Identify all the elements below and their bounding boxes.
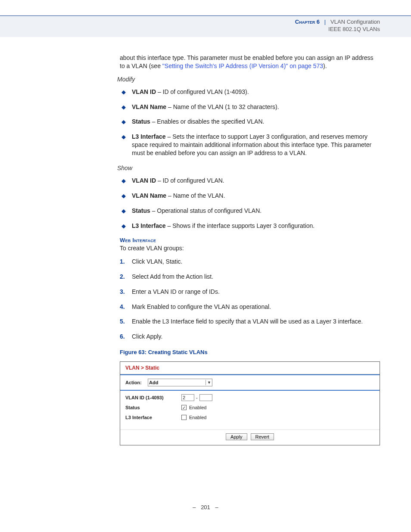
list-item: L3 Interface – Shows if the interface su… <box>120 222 380 230</box>
term: Status <box>132 118 150 125</box>
web-interface-heading: Web Interface <box>120 236 380 244</box>
page-number: 201 <box>201 504 210 510</box>
status-text: Enabled <box>189 404 206 411</box>
page-header: Chapter 6 | VLAN Configuration IEEE 802.… <box>0 16 411 37</box>
list-item: VLAN Name – Name of the VLAN (1 to 32 ch… <box>120 103 380 111</box>
action-value: Add <box>149 380 158 386</box>
step-item: Enable the L3 Interface field to specify… <box>120 317 380 326</box>
revert-button[interactable]: Revert <box>251 433 274 440</box>
step-item: Click VLAN, Static. <box>120 258 380 266</box>
button-bar: Apply Revert <box>120 429 380 445</box>
term: Status <box>132 207 150 214</box>
step-item: Click Apply. <box>120 333 380 341</box>
vlan-id-to-input[interactable] <box>199 394 212 401</box>
desc: – ID of configured VLAN. <box>156 177 224 184</box>
vlan-id-from-input[interactable]: 2 <box>181 394 194 401</box>
action-bar: Action: Add ▼ <box>120 374 380 391</box>
term: VLAN Name <box>132 192 166 199</box>
list-item: VLAN ID – ID of configured VLAN (1-4093)… <box>120 88 380 96</box>
term: VLAN ID <box>132 88 156 95</box>
status-label: Status <box>125 404 181 411</box>
show-list: VLAN ID – ID of configured VLAN. VLAN Na… <box>120 177 380 230</box>
web-intro: To create VLAN groups: <box>120 244 380 252</box>
list-item: VLAN Name – Name of the VLAN. <box>120 192 380 200</box>
term: L3 Interface <box>132 133 166 140</box>
footer-dash: – <box>215 504 218 510</box>
list-item: Status – Enables or disables the specifi… <box>120 118 380 126</box>
list-item: VLAN ID – ID of configured VLAN. <box>120 177 380 185</box>
desc: – Enables or disables the specified VLAN… <box>150 118 265 125</box>
desc: – Name of the VLAN. <box>166 192 225 199</box>
chapter-title: VLAN Configuration <box>330 19 380 25</box>
breadcrumb: VLAN > Static <box>120 362 380 374</box>
step-item: Select Add from the Action list. <box>120 273 380 281</box>
range-dash: - <box>196 395 198 401</box>
vlan-id-label: VLAN ID (1-4093) <box>125 395 181 401</box>
desc: – Shows if the interface supports Layer … <box>166 222 315 229</box>
list-item: Status – Operational status of configure… <box>120 207 380 215</box>
term: L3 Interface <box>132 222 166 229</box>
desc: – Sets the interface to support Layer 3 … <box>132 133 371 156</box>
apply-button[interactable]: Apply <box>226 433 247 440</box>
status-row: Status ✓ Enabled <box>125 404 374 411</box>
step-item: Mark Enabled to configure the VLAN as op… <box>120 303 380 311</box>
term: VLAN ID <box>132 177 156 184</box>
embedded-screenshot: VLAN > Static Action: Add ▼ VLAN ID (1-4… <box>120 361 380 445</box>
page-content: about this interface type. This paramete… <box>120 54 380 445</box>
l3-checkbox[interactable] <box>181 415 187 420</box>
chapter-subtitle: IEEE 802.1Q VLANs <box>328 25 380 32</box>
header-separator: | <box>321 19 329 25</box>
xref-link[interactable]: "Setting the Switch's IP Address (IP Ver… <box>162 62 323 69</box>
footer-dash: – <box>193 504 196 510</box>
desc: – Operational status of configured VLAN. <box>150 207 262 214</box>
desc: – Name of the VLAN (1 to 32 characters). <box>166 103 279 110</box>
list-item: L3 Interface – Sets the interface to sup… <box>120 133 380 157</box>
steps-list: Click VLAN, Static. Select Add from the … <box>120 258 380 341</box>
status-checkbox[interactable]: ✓ <box>181 405 187 410</box>
modify-list: VLAN ID – ID of configured VLAN (1-4093)… <box>120 88 380 157</box>
intro-text-b: ). <box>323 62 327 69</box>
chapter-label: Chapter 6 <box>295 19 320 25</box>
term: VLAN Name <box>132 103 166 110</box>
l3-label: L3 Interface <box>125 414 181 421</box>
modify-heading: Modify <box>117 75 380 84</box>
chevron-down-icon: ▼ <box>206 380 211 385</box>
page-footer: – 201 – <box>0 504 411 510</box>
l3-text: Enabled <box>189 414 206 421</box>
intro-paragraph: about this interface type. This paramete… <box>120 54 380 70</box>
desc: – ID of configured VLAN (1-4093). <box>156 88 249 95</box>
show-heading: Show <box>117 164 380 172</box>
action-label: Action: <box>125 380 144 386</box>
vlan-id-row: VLAN ID (1-4093) 2 - <box>125 394 374 401</box>
figure-caption: Figure 63: Creating Static VLANs <box>120 348 380 356</box>
action-select[interactable]: Add ▼ <box>148 379 212 386</box>
step-item: Enter a VLAN ID or range of IDs. <box>120 288 380 296</box>
form-area: VLAN ID (1-4093) 2 - Status ✓ Enabled L3… <box>120 391 380 429</box>
l3-row: L3 Interface Enabled <box>125 414 374 421</box>
